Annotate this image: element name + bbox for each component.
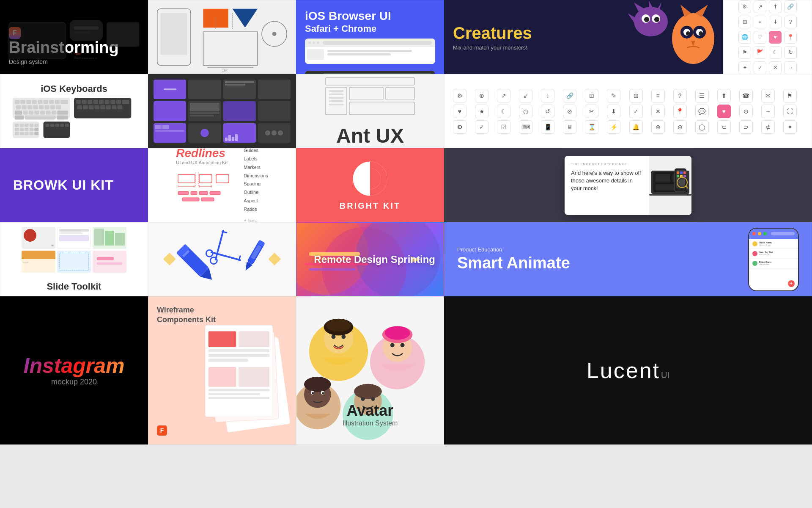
pres-slide [223, 101, 256, 121]
svg-rect-2 [74, 26, 99, 30]
card-wireframe-components[interactable]: Wireframe Components Kit F [148, 296, 296, 444]
svg-point-203 [371, 397, 375, 401]
card-smart-animate[interactable]: Product Education Smart Animate [444, 222, 812, 296]
card-lucent[interactable]: Lucent UI [444, 296, 812, 444]
slide-thumb: content [22, 251, 55, 273]
icon-item: ⊖ [673, 120, 687, 134]
card-ios-browser[interactable]: iOS Browser UI Safari + Chrome [296, 0, 444, 74]
svg-point-195 [390, 343, 395, 347]
icon-grid: ⚙ ↗ ⬆ 🔗 ⊞ ≡ ⬇ ? 🌐 ♡ ♥ 📍 ⚑ 🚩 ☾ ↻ ✦ ✓ ✕ → [732, 0, 803, 74]
icon-cross: ✕ [769, 61, 782, 74]
svg-rect-110 [386, 87, 414, 100]
svg-rect-95 [34, 128, 38, 131]
icon-item: ⊙ [739, 105, 753, 118]
svg-rect-86 [15, 124, 19, 127]
icon-item: ⊃ [739, 120, 753, 134]
lucent-ui-label: UI [661, 370, 669, 380]
instagram-content: Instagram mockup 2020 [24, 354, 125, 387]
svg-rect-60 [40, 110, 45, 115]
svg-marker-35 [649, 0, 653, 8]
icon-flag: ⚑ [738, 46, 751, 59]
icon-item: 📱 [541, 120, 554, 134]
card-presentations[interactable] [148, 74, 296, 148]
card-redlines[interactable]: Redlines UI and UX Annotating Kit [148, 148, 296, 222]
svg-rect-147 [677, 175, 679, 177]
svg-rect-92 [19, 128, 24, 131]
slide-thumb: title [22, 227, 55, 249]
svg-rect-69 [82, 100, 87, 104]
svg-rect-50 [27, 105, 33, 110]
icon-list: ≡ [754, 16, 766, 28]
card-bright-kit[interactable]: BRIGHT KIT [296, 148, 444, 222]
svg-rect-184 [208, 389, 269, 392]
icon-item: ✕ [651, 105, 665, 118]
card-ios-keyboards[interactable]: iOS Keyboards [0, 74, 148, 148]
svg-rect-119 [216, 174, 229, 183]
icon-item: ⊘ [563, 105, 576, 118]
icon-item: ⊡ [585, 89, 598, 102]
svg-rect-114 [329, 97, 343, 99]
icon-item: ✓ [629, 105, 643, 118]
icon-item: ◷ [519, 105, 532, 118]
card-slide-toolkit[interactable]: title content [0, 222, 148, 296]
icon-moon: ☾ [769, 46, 782, 59]
svg-point-25 [699, 31, 703, 36]
svg-rect-43 [38, 100, 43, 104]
svg-rect-4 [107, 22, 139, 47]
icon-link: 🔗 [784, 0, 797, 13]
svg-rect-177 [208, 331, 236, 348]
card-remote-design[interactable]: Remote Design Sprinting [296, 222, 444, 296]
icon-item: ◯ [695, 120, 709, 134]
svg-rect-180 [208, 354, 269, 357]
svg-rect-71 [93, 100, 98, 104]
card-ui-wireframes[interactable]: 184 [148, 0, 296, 74]
svg-rect-78 [83, 105, 88, 110]
icon-item: → [761, 105, 775, 118]
card-share-icons[interactable]: ⚙ ↗ ⬆ 🔗 ⊞ ≡ ⬇ ? 🌐 ♡ ♥ 📍 ⚑ 🚩 ☾ ↻ ✦ ✓ ✕ → [723, 0, 812, 74]
card-instagram[interactable]: Instagram mockup 2020 [0, 296, 148, 444]
svg-rect-40 [20, 100, 25, 104]
svg-rect-146 [683, 171, 686, 174]
card-product-mockup[interactable]: THE PRODUCT EXPERIENCE And here's a way … [444, 148, 812, 222]
svg-rect-93 [25, 128, 29, 131]
icon-item: ? [673, 89, 687, 102]
svg-rect-73 [105, 100, 110, 104]
icon-item: ↗ [497, 89, 510, 102]
redlines-diagram [176, 170, 231, 204]
svg-rect-58 [29, 110, 34, 115]
svg-rect-79 [89, 105, 94, 110]
svg-point-24 [686, 31, 690, 36]
card-browk[interactable]: BROWK UI KIT [0, 148, 148, 222]
browser-mockups [305, 34, 435, 74]
svg-rect-70 [88, 100, 93, 104]
card-avatar[interactable]: Avatar Illustration System [296, 296, 444, 444]
icon-heart: ♡ [754, 31, 766, 44]
icon-export: ⬆ [769, 0, 782, 13]
svg-rect-61 [46, 110, 51, 115]
svg-rect-131 [210, 191, 220, 195]
svg-marker-37 [628, 13, 635, 24]
slide-thumb [57, 251, 91, 273]
svg-rect-87 [19, 124, 24, 127]
svg-rect-181 [208, 359, 248, 362]
card-tools-icons[interactable] [148, 222, 296, 296]
card-icon-set[interactable]: ⚙ ⊕ ↗ ↙ ↕ 🔗 ⊡ ✎ ⊞ ≡ ? ☰ ⬆ ☎ ✉ ⚑ ♥ ★ ☾ ◷ … [444, 74, 812, 148]
icon-share: ↗ [754, 0, 766, 13]
svg-point-206 [304, 377, 331, 392]
svg-point-189 [332, 334, 336, 339]
icon-item: ⬇ [607, 105, 620, 118]
card-ant-ux[interactable]: Ant UX [296, 74, 444, 148]
svg-rect-107 [326, 77, 414, 85]
presentations-grid [148, 75, 296, 148]
svg-rect-138 [656, 174, 670, 182]
svg-rect-76 [122, 100, 129, 104]
svg-rect-109 [349, 87, 383, 100]
card-creatures[interactable]: Creatures Mix-and-match your monsters! [444, 0, 723, 74]
svg-rect-81 [100, 105, 105, 110]
icon-item-pink: ♥ [717, 105, 731, 118]
ios-browser-title: iOS Browser UI Safari + Chrome [305, 9, 435, 34]
icon-item: ⊛ [651, 120, 665, 134]
svg-rect-128 [178, 191, 189, 195]
card-brainstorming[interactable]: F Title Lorem ipsum dolor sit Brainstorm… [0, 0, 148, 74]
svg-point-198 [385, 326, 410, 340]
